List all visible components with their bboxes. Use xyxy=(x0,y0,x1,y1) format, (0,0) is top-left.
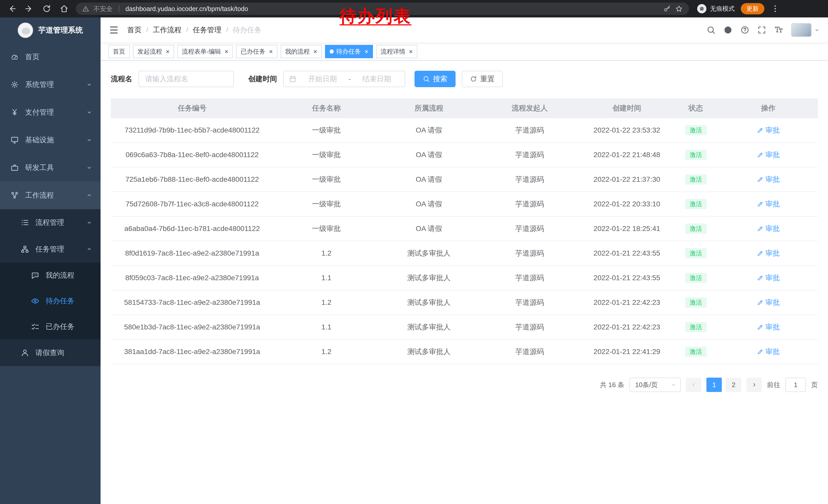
table-header-cell: 所属流程 xyxy=(379,98,479,118)
cell-created: 2022-01-21 22:43:55 xyxy=(581,266,673,290)
cell-status: 激活 xyxy=(673,315,719,339)
date-range-picker[interactable]: 开始日期 - 结束日期 xyxy=(283,71,405,87)
font-size-icon[interactable] xyxy=(774,26,783,35)
forward-icon[interactable] xyxy=(25,4,34,13)
address-bar[interactable]: 不安全 dashboard.yudao.iocoder.cn/bpm/task/… xyxy=(76,3,689,15)
approve-link[interactable]: 审批 xyxy=(757,297,780,307)
cell-action: 审批 xyxy=(719,167,818,192)
edit-pen-icon xyxy=(757,250,763,257)
table-row: 725a1eb6-7b88-11ec-8ef0-acde48001122一级审批… xyxy=(111,167,818,192)
github-icon[interactable] xyxy=(723,26,733,35)
approve-link[interactable]: 审批 xyxy=(757,322,780,332)
cell-name: 一级审批 xyxy=(274,216,379,241)
password-key-icon[interactable] xyxy=(663,5,671,12)
cell-action: 审批 xyxy=(719,216,818,241)
breadcrumb-item[interactable]: 任务管理 xyxy=(193,25,222,35)
user-menu[interactable] xyxy=(791,23,820,37)
tab-close-icon[interactable]: × xyxy=(269,48,273,55)
prev-page-button[interactable] xyxy=(686,378,701,392)
page-button-1[interactable]: 1 xyxy=(706,378,722,392)
cell-status: 激活 xyxy=(673,339,719,364)
process-name-input[interactable] xyxy=(138,71,234,87)
tab-发起流程[interactable]: 发起流程× xyxy=(133,45,174,58)
sidebar-item-yen[interactable]: 支付管理 xyxy=(0,98,100,126)
tab-label: 发起流程 xyxy=(137,47,162,56)
sidebar-item-chat[interactable]: 我的流程 xyxy=(0,263,100,288)
cell-initiator: 芋道源码 xyxy=(479,241,581,266)
reload-icon[interactable] xyxy=(42,4,51,13)
refresh-icon xyxy=(470,75,477,83)
tab-close-icon[interactable]: × xyxy=(365,48,368,55)
sidebar-item-list[interactable]: 流程管理 xyxy=(0,209,100,236)
search-icon[interactable] xyxy=(706,26,716,35)
approve-link[interactable]: 审批 xyxy=(757,347,780,357)
breadcrumb-item[interactable]: 首页 xyxy=(127,25,141,35)
page-size-select[interactable]: 10条/页 xyxy=(629,378,681,392)
cell-created: 2022-01-22 23:53:32 xyxy=(581,118,673,142)
reset-button[interactable]: 重置 xyxy=(462,71,503,87)
sidebar-item-monitor[interactable]: 基础设施 xyxy=(0,126,100,154)
edit-pen-icon xyxy=(757,127,763,134)
tab-我的流程[interactable]: 我的流程× xyxy=(281,45,322,58)
browser-menu-icon[interactable] xyxy=(771,4,780,13)
next-page-button[interactable] xyxy=(746,378,762,392)
help-icon[interactable] xyxy=(740,26,749,35)
avatar[interactable] xyxy=(791,23,812,37)
sidebar-item-done[interactable]: 已办任务 xyxy=(0,314,100,339)
page-button-2[interactable]: 2 xyxy=(726,378,741,392)
update-button[interactable]: 更新 xyxy=(741,3,764,14)
hamburger-icon[interactable] xyxy=(109,25,119,35)
tab-已办任务[interactable]: 已办任务× xyxy=(236,45,277,58)
cell-id: 725a1eb6-7b88-11ec-8ef0-acde48001122 xyxy=(111,167,274,192)
approve-link[interactable]: 审批 xyxy=(757,125,780,135)
cell-id: 58154733-7ac8-11ec-a9e2-a2380e71991a xyxy=(111,290,274,315)
logo-image xyxy=(18,22,33,38)
cell-name: 一级审批 xyxy=(274,118,379,142)
approve-link[interactable]: 审批 xyxy=(757,199,780,209)
cell-id: 8f059c03-7ac8-11ec-a9e2-a2380e71991a xyxy=(111,266,274,290)
security-label: 不安全 xyxy=(93,5,113,13)
tab-待办任务[interactable]: 待办任务× xyxy=(325,45,373,58)
table-header-cell: 任务名称 xyxy=(274,98,379,118)
incognito-label: 无痕模式 xyxy=(710,5,735,13)
tab-流程表单-编辑[interactable]: 流程表单-编辑× xyxy=(177,45,233,58)
approve-link[interactable]: 审批 xyxy=(757,175,780,184)
approve-link[interactable]: 审批 xyxy=(757,248,780,258)
sidebar-item-label: 流程管理 xyxy=(35,218,86,227)
approve-link[interactable]: 审批 xyxy=(757,150,780,160)
approve-link[interactable]: 审批 xyxy=(757,273,780,283)
back-icon[interactable] xyxy=(7,4,16,13)
cell-process: 测试多审批人 xyxy=(379,241,479,266)
breadcrumb-separator: / xyxy=(186,26,188,34)
cell-action: 审批 xyxy=(719,142,818,167)
fullscreen-icon[interactable] xyxy=(757,26,767,35)
tab-流程详情[interactable]: 流程详情× xyxy=(376,45,417,58)
sidebar-item-eye[interactable]: 待办任务 xyxy=(0,288,100,314)
tab-close-icon[interactable]: × xyxy=(409,48,413,55)
tab-close-icon[interactable]: × xyxy=(314,48,317,55)
sidebar-item-org[interactable]: 任务管理 xyxy=(0,236,100,263)
breadcrumb: 首页/工作流程/任务管理/待办任务 xyxy=(127,25,261,35)
search-button[interactable]: 搜索 xyxy=(415,71,456,87)
sidebar-item-workflow[interactable]: 工作流程 xyxy=(0,182,100,209)
table-row: 58154733-7ac8-11ec-a9e2-a2380e71991a1.2测… xyxy=(111,290,818,315)
tab-首页[interactable]: 首页 xyxy=(108,45,130,58)
start-date-placeholder: 开始日期 xyxy=(300,74,345,84)
sidebar-item-user[interactable]: 请假查询 xyxy=(0,339,100,366)
sidebar-item-dashboard[interactable]: 首页 xyxy=(0,43,100,71)
breadcrumb-item[interactable]: 工作流程 xyxy=(153,25,181,35)
goto-page-input[interactable] xyxy=(785,378,806,392)
tab-close-icon[interactable]: × xyxy=(224,48,228,55)
approve-link[interactable]: 审批 xyxy=(757,224,780,234)
app-logo[interactable]: 芋道管理系统 xyxy=(0,17,100,43)
chevron-up-icon xyxy=(86,246,92,252)
table-row: 381aa1dd-7ac8-11ec-a9e2-a2380e71991a1.2测… xyxy=(111,339,818,364)
sidebar-item-gear[interactable]: 系统管理 xyxy=(0,71,100,98)
home-icon[interactable] xyxy=(59,4,69,13)
cell-status: 激活 xyxy=(673,266,719,290)
cell-initiator: 芋道源码 xyxy=(479,266,581,290)
cell-name: 1.2 xyxy=(274,339,379,364)
tab-close-icon[interactable]: × xyxy=(166,48,170,55)
bookmark-star-icon[interactable] xyxy=(675,5,683,12)
sidebar-item-briefcase[interactable]: 研发工具 xyxy=(0,154,100,182)
